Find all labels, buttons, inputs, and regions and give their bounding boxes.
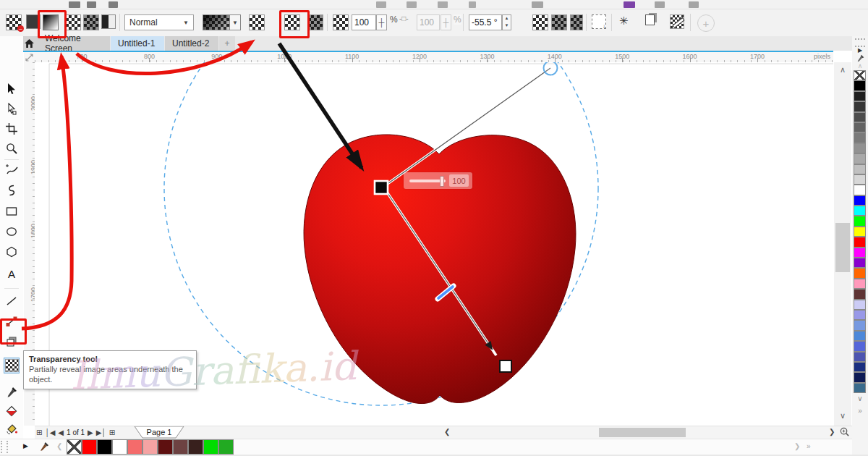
- crop-tool[interactable]: [4, 121, 20, 137]
- pick-tool[interactable]: [4, 80, 20, 96]
- color-swatch[interactable]: [854, 143, 866, 153]
- color-swatch[interactable]: [854, 248, 866, 258]
- rectangle-tool[interactable]: [4, 203, 20, 219]
- freeze-area-icon[interactable]: ↓: [592, 14, 606, 29]
- color-swatch[interactable]: [854, 289, 866, 299]
- color-swatch[interactable]: [854, 352, 866, 362]
- add-page-start-button[interactable]: ⊞: [36, 428, 42, 436]
- polygon-tool[interactable]: [4, 244, 20, 260]
- color-swatch[interactable]: [854, 132, 866, 143]
- first-page-button[interactable]: │◀: [45, 428, 55, 436]
- text-tool[interactable]: A: [4, 266, 20, 282]
- color-swatch[interactable]: [854, 122, 866, 132]
- no-color-swatch[interactable]: [67, 439, 82, 455]
- transparency-tool[interactable]: [4, 358, 20, 373]
- texture-transparency-icon[interactable]: [83, 14, 99, 30]
- color-swatch[interactable]: [854, 300, 866, 310]
- docpal-drag-handle[interactable]: [1, 441, 8, 453]
- page-tab[interactable]: Page 1: [132, 426, 186, 439]
- picker-dropdown-button[interactable]: ▼: [230, 14, 241, 30]
- color-swatch[interactable]: [173, 439, 188, 455]
- vertical-scroll-thumb[interactable]: [835, 223, 850, 272]
- color-swatch[interactable]: [158, 439, 173, 455]
- freeze-transparency-icon[interactable]: ✳: [619, 14, 629, 28]
- color-swatch[interactable]: [854, 101, 866, 111]
- color-swatch[interactable]: [854, 320, 866, 330]
- angle-input[interactable]: [469, 14, 502, 30]
- zoom-tool[interactable]: [4, 140, 20, 156]
- add-page-end-button[interactable]: ⊞: [109, 428, 115, 436]
- angle-field[interactable]: [469, 14, 502, 30]
- color-swatch[interactable]: [854, 383, 866, 393]
- color-swatch[interactable]: [854, 279, 866, 289]
- palette-flyout-icon[interactable]: ▶: [852, 47, 868, 54]
- scroll-left-icon[interactable]: ❮: [444, 428, 450, 436]
- vertical-scrollbar[interactable]: ∧ ∨: [834, 62, 851, 426]
- fill-transparency-icon[interactable]: [249, 14, 265, 30]
- color-swatch[interactable]: [854, 310, 866, 320]
- angle-spinner[interactable]: ▲▼: [502, 14, 511, 30]
- blend-mode-dropdown[interactable]: Normal ▼: [124, 14, 194, 30]
- spin-up-icon[interactable]: ▲: [505, 15, 509, 22]
- horizontal-scroll-thumb[interactable]: [599, 428, 686, 437]
- horizontal-ruler[interactable]: pixels 700800900100011001200130014001500…: [35, 52, 833, 62]
- docpal-expand-icon[interactable]: »: [807, 442, 811, 450]
- docpal-eyedropper-icon[interactable]: [39, 442, 49, 454]
- color-swatch[interactable]: [97, 439, 112, 455]
- smart-fill-tool[interactable]: [4, 403, 20, 419]
- palette-drag-handle[interactable]: [855, 38, 865, 47]
- color-swatch[interactable]: [112, 439, 127, 455]
- palette-scroll-down-icon[interactable]: ∨: [852, 394, 868, 402]
- ruler-origin-button[interactable]: [24, 52, 35, 62]
- transparency-picker[interactable]: ▼: [203, 14, 241, 30]
- transparency-option-icon[interactable]: [532, 14, 548, 30]
- transparency-option2-icon[interactable]: [551, 14, 567, 30]
- line-tool[interactable]: [4, 293, 20, 309]
- color-swatch[interactable]: [854, 195, 866, 206]
- palette-expand-icon[interactable]: »: [852, 407, 868, 415]
- docpal-flyout-icon[interactable]: ▶: [23, 442, 28, 449]
- last-page-button[interactable]: ▶│: [96, 428, 106, 436]
- gradient-end-handle[interactable]: [500, 360, 511, 372]
- fill-tool[interactable]: [4, 421, 20, 437]
- merge-mode-icon[interactable]: [101, 14, 116, 29]
- tab-welcome-screen[interactable]: Welcome Screen: [38, 36, 110, 51]
- color-swatch[interactable]: [854, 341, 866, 351]
- color-swatch[interactable]: [854, 164, 866, 174]
- color-swatch[interactable]: [854, 153, 866, 164]
- all-transparency-icon[interactable]: [307, 14, 323, 30]
- prev-page-button[interactable]: ◀: [58, 428, 64, 436]
- color-swatch[interactable]: [142, 439, 158, 455]
- scroll-up-icon[interactable]: ∧: [834, 65, 851, 75]
- popup-slider-handle[interactable]: [440, 176, 444, 187]
- color-swatch[interactable]: [854, 91, 866, 101]
- color-swatch[interactable]: [854, 216, 866, 226]
- opacity-checker-icon[interactable]: [333, 14, 349, 30]
- opacity-input[interactable]: [352, 14, 376, 30]
- color-swatch[interactable]: [854, 174, 866, 185]
- transparency-option3-icon[interactable]: [570, 14, 583, 30]
- next-page-button[interactable]: ▶: [88, 428, 93, 436]
- color-swatch[interactable]: [854, 268, 866, 278]
- color-swatch[interactable]: [203, 439, 218, 455]
- scroll-down-icon[interactable]: ∨: [834, 411, 851, 421]
- color-swatch[interactable]: [854, 206, 866, 216]
- pattern-transparency-icon[interactable]: [65, 14, 81, 30]
- color-swatch[interactable]: [127, 439, 142, 455]
- palette-eyedropper-icon[interactable]: [852, 54, 868, 62]
- opacity-field[interactable]: [352, 14, 376, 30]
- tab-untitled-2[interactable]: Untitled-2: [165, 36, 218, 51]
- opacity-slider-button[interactable]: ┼: [376, 14, 387, 30]
- color-swatch[interactable]: [854, 80, 866, 90]
- pan-zoom-icon[interactable]: [839, 426, 850, 439]
- ellipse-tool[interactable]: [4, 224, 20, 240]
- no-color-swatch[interactable]: [854, 70, 866, 80]
- color-swatch[interactable]: [82, 439, 97, 455]
- color-eyedropper-tool[interactable]: [4, 384, 20, 400]
- color-swatch[interactable]: [854, 227, 866, 237]
- color-swatch[interactable]: [854, 237, 866, 247]
- color-swatch[interactable]: [854, 112, 866, 122]
- shape-tool[interactable]: [4, 101, 20, 117]
- spin-down-icon[interactable]: ▼: [505, 22, 509, 30]
- scroll-right-icon[interactable]: ❯: [829, 428, 835, 436]
